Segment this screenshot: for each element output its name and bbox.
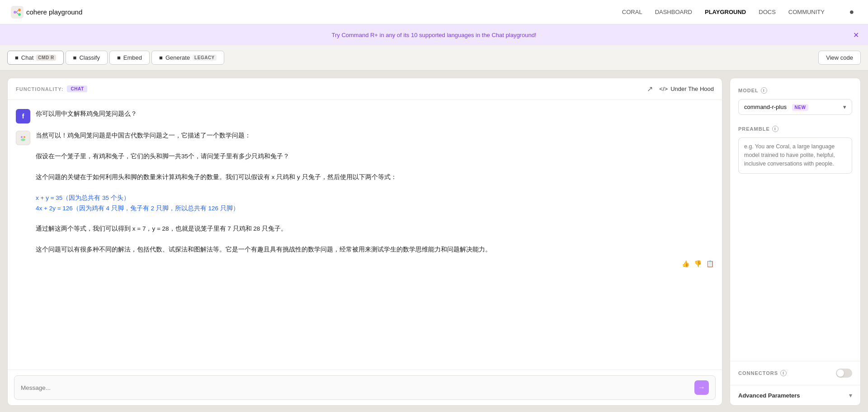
bot-avatar (16, 131, 30, 145)
svg-point-6 (21, 136, 23, 138)
connectors-label: Connectors i (738, 370, 787, 376)
svg-point-1 (14, 11, 16, 14)
connectors-toggle[interactable] (836, 369, 852, 378)
bot-line-4: x + y = 35（因为总共有 35 个头） (36, 193, 714, 204)
message-footer: 👍 👎 📋 (36, 259, 714, 270)
logo: cohere playground (11, 6, 622, 19)
logo-text: cohere playground (26, 8, 82, 16)
functionality-text: FUNCTIONALITY: (16, 86, 63, 92)
advanced-params-label: Advanced Parameters (738, 392, 800, 399)
svg-point-7 (24, 136, 25, 138)
tab-classify[interactable]: ■ Classify (66, 51, 108, 65)
generate-tab-icon: ■ (159, 54, 163, 61)
connectors-label-text: Connectors (738, 370, 778, 376)
nav-docs[interactable]: DOCS (759, 9, 776, 15)
preamble-info-icon[interactable]: i (772, 126, 778, 132)
bot-message-content: 当然可以！鸡兔同笼问题是中国古代数学问题之一，它描述了一个数学问题： 假设在一个… (36, 131, 714, 270)
thumbs-down-icon[interactable]: 👎 (694, 259, 702, 270)
bot-line-5: 4x + 2y = 126（因为鸡有 4 只脚，兔子有 2 只脚，所以总共有 1… (36, 204, 714, 214)
chat-input-area: → (8, 369, 722, 405)
bot-message-row: 当然可以！鸡兔同笼问题是中国古代数学问题之一，它描述了一个数学问题： 假设在一个… (16, 131, 714, 270)
tab-bar: ■ Chat CMD R ■ Classify ■ Embed ■ Genera… (0, 45, 868, 71)
right-panel-inner: MODEL i command-r-plus NEW ▾ PREAMBLE i (730, 78, 860, 361)
banner-text: Try Command R+ in any of its 10 supporte… (332, 32, 537, 38)
chat-tab-icon: ■ (15, 54, 19, 61)
bot-line-7: 这个问题可以有很多种不同的解法，包括代数、试探法和图解法等。它是一个有趣且具有挑… (36, 245, 714, 255)
model-name-area: command-r-plus NEW (744, 104, 808, 110)
advanced-params-chevron: ▾ (849, 392, 852, 399)
model-dropdown[interactable]: command-r-plus NEW ▾ (738, 99, 852, 115)
header-right: ↗ </> Under The Hood (647, 85, 714, 93)
preamble-section: PREAMBLE i (738, 126, 852, 175)
connectors-row: Connectors i (730, 361, 860, 385)
functionality-label: FUNCTIONALITY: CHAT (16, 85, 87, 92)
navbar-links: CORAL DASHBOARD PLAYGROUND DOCS COMMUNIT… (622, 7, 857, 18)
bot-line-6: 通过解这两个等式，我们可以得到 x = 7，y = 28，也就是说笼子里有 7 … (36, 224, 714, 234)
nav-playground[interactable]: PLAYGROUND (705, 9, 746, 15)
model-select-wrapper: command-r-plus NEW ▾ (738, 99, 852, 115)
navbar: cohere playground CORAL DASHBOARD PLAYGR… (0, 0, 868, 24)
toggle-knob (837, 369, 844, 377)
expand-icon[interactable]: ↗ (647, 85, 653, 93)
chat-input-box: → (14, 375, 716, 400)
preamble-textarea[interactable] (738, 137, 852, 174)
message-input[interactable] (21, 384, 691, 391)
svg-point-8 (21, 138, 25, 141)
classify-tab-label: Classify (79, 54, 100, 61)
send-button[interactable]: → (694, 380, 709, 395)
generate-tab-label: Generate (165, 54, 190, 61)
nav-dashboard[interactable]: DASHBOARD (655, 9, 692, 15)
banner-close-icon[interactable]: ✕ (853, 31, 859, 39)
chat-messages: f 你可以用中文解释鸡兔同笼问题么？ 当然可以！鸡兔同笼问题是中国古代数学问题之… (8, 100, 722, 369)
view-code-button[interactable]: View code (818, 51, 861, 65)
connectors-info-icon[interactable]: i (780, 370, 787, 376)
advanced-params-row[interactable]: Advanced Parameters ▾ (730, 385, 860, 405)
chat-header: FUNCTIONALITY: CHAT ↗ </> Under The Hood (8, 78, 722, 100)
chat-tab-badge: CMD R (36, 55, 56, 61)
main-layout: FUNCTIONALITY: CHAT ↗ </> Under The Hood… (0, 71, 868, 412)
promo-banner: Try Command R+ in any of its 10 supporte… (0, 24, 868, 45)
svg-rect-0 (11, 6, 24, 19)
embed-tab-icon: ■ (117, 54, 121, 61)
model-info-icon[interactable]: i (761, 87, 767, 94)
generate-tab-badge: LEGACY (193, 55, 217, 61)
user-message-text: 你可以用中文解释鸡兔同笼问题么？ (36, 110, 137, 117)
model-name-text: command-r-plus (744, 104, 787, 110)
bot-line-2: 假设在一个笼子里，有鸡和兔子，它们的头和脚一共35个，请问笼子里有多少只鸡和兔子… (36, 152, 714, 162)
nav-community[interactable]: COMMUNITY (788, 9, 825, 15)
right-panel: MODEL i command-r-plus NEW ▾ PREAMBLE i (730, 78, 861, 406)
under-the-hood-button[interactable]: </> Under The Hood (659, 85, 714, 92)
thumbs-up-icon[interactable]: 👍 (682, 259, 689, 270)
copy-icon[interactable]: 📋 (706, 259, 714, 270)
chat-panel: FUNCTIONALITY: CHAT ↗ </> Under The Hood… (7, 78, 722, 406)
preamble-section-label: PREAMBLE i (738, 126, 852, 132)
model-section-label: MODEL i (738, 87, 852, 94)
model-dropdown-chevron: ▾ (843, 104, 846, 110)
svg-point-2 (18, 9, 21, 11)
bot-line-3: 这个问题的关键在于如何利用头和脚的数量来计算鸡和兔子的数量。我们可以假设有 x … (36, 172, 714, 183)
chat-tab-label: Chat (21, 54, 33, 61)
bot-line-1: 当然可以！鸡兔同笼问题是中国古代数学问题之一，它描述了一个数学问题： (36, 131, 714, 141)
embed-tab-label: Embed (123, 54, 142, 61)
logo-icon (11, 6, 24, 19)
user-avatar: f (16, 109, 30, 123)
user-icon[interactable]: ● (846, 7, 857, 18)
preamble-label-text: PREAMBLE (738, 126, 770, 132)
nav-coral[interactable]: CORAL (622, 9, 642, 15)
model-new-badge: NEW (792, 104, 809, 111)
user-message-content: 你可以用中文解释鸡兔同笼问题么？ (36, 109, 714, 119)
send-icon: → (698, 384, 705, 392)
tab-generate[interactable]: ■ Generate LEGACY (151, 51, 224, 65)
classify-tab-icon: ■ (73, 54, 77, 61)
message-row: f 你可以用中文解释鸡兔同笼问题么？ (16, 109, 714, 123)
under-the-hood-label: Under The Hood (670, 85, 714, 92)
tab-embed[interactable]: ■ Embed (109, 51, 150, 65)
code-icon: </> (659, 85, 668, 92)
chat-functionality-badge: CHAT (67, 85, 87, 92)
model-label-text: MODEL (738, 88, 759, 93)
tab-chat[interactable]: ■ Chat CMD R (7, 51, 64, 65)
svg-point-3 (18, 13, 21, 16)
